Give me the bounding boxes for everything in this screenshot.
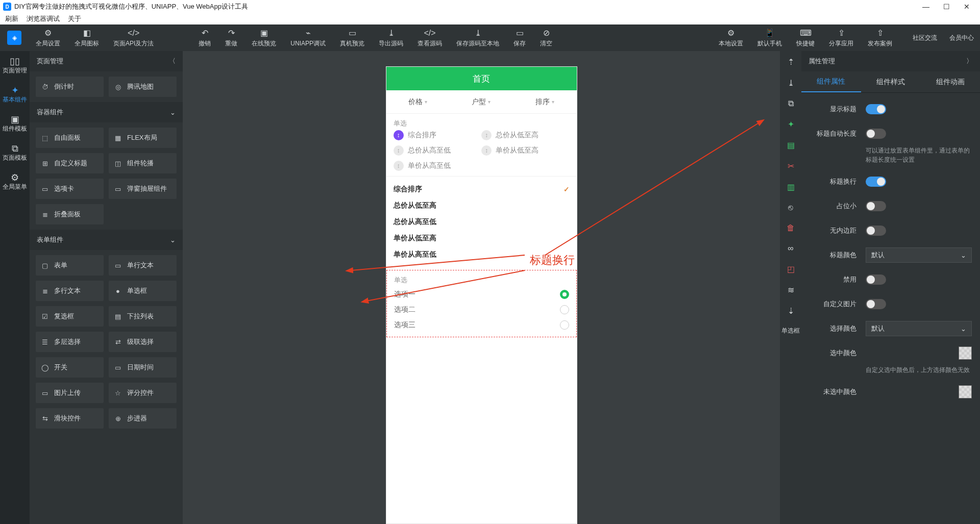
rail-delete-icon[interactable]: 🗑 [787,223,795,233]
tb-real-preview[interactable]: ▭真机预览 [333,28,372,48]
tb-view-src[interactable]: </>查看源码 [410,28,449,48]
design-canvas[interactable]: 首页 价格▾ 户型▾ 排序▾ 单选 ↕综合排序↕总价从低至高↕总价从高至低↕单价… [183,51,780,524]
chip-单行文本[interactable]: ▭单行文本 [109,255,177,276]
toggle-custom-image[interactable] [866,299,886,309]
chip-自定义标题[interactable]: ⊞自定义标题 [36,153,104,173]
menu-browser-debug[interactable]: 浏览器调试 [27,14,60,23]
chip-滑块控件[interactable]: ⇆滑块控件 [36,408,104,429]
sort-option[interactable]: ↕单价从低至高 [481,145,570,156]
tb-global-settings[interactable]: ⚙全局设置 [29,28,67,48]
toggle-show-title[interactable] [866,104,886,114]
sort-option[interactable]: ↕总价从低至高 [481,130,570,140]
filter-layout[interactable]: 户型▾ [450,90,513,113]
tab-comp-anim[interactable]: 组件动画 [920,71,980,92]
rail-top-icon[interactable]: ⇡ [788,57,794,67]
sort-option[interactable]: ↕总价从高至低 [394,145,482,156]
chip-开关[interactable]: ◯开关 [36,357,104,378]
chip-级联选择[interactable]: ⇄级联选择 [109,332,177,352]
tb-redo[interactable]: ↷重做 [218,28,244,48]
sort-option[interactable]: ↕综合排序 [394,130,482,140]
toggle-no-padding[interactable] [866,226,886,236]
group-container[interactable]: 容器组件⌄ [30,102,183,122]
tb-publish-case[interactable]: ⇧发布案例 [861,28,899,48]
chip-多行文本[interactable]: ≣多行文本 [36,281,104,301]
sort-list-row[interactable]: 综合排序✓ [386,181,577,197]
rail-link-icon[interactable]: ∞ [788,244,793,253]
collapse-left-icon[interactable]: 〈 [169,57,176,66]
chip-单选框[interactable]: ●单选框 [109,281,177,301]
tb-page-api[interactable]: </>页面API及方法 [106,28,161,48]
chip-弹窗抽屉组件[interactable]: ▭弹窗抽屉组件 [109,179,177,199]
sort-list-row[interactable]: 总价从高至低 [386,214,577,230]
rail-bounds-icon[interactable]: ◰ [787,264,795,274]
rail-basic-comp[interactable]: ✦基本组件 [0,80,30,109]
color-unselected[interactable] [959,385,972,398]
chip-多层选择[interactable]: ☰多层选择 [36,332,104,352]
tab-comp-style[interactable]: 组件样式 [861,71,921,92]
select-title-color[interactable]: 默认⌄ [866,247,972,263]
sort-option[interactable]: ↕单价从高至低 [394,161,482,171]
tb-default-phone[interactable]: 📱默认手机 [750,28,789,48]
window-maximize-button[interactable]: ☐ [936,3,957,11]
group-form[interactable]: 表单组件⌄ [30,230,183,250]
rail-copy-icon[interactable]: ⧉ [788,99,794,108]
chip-折叠面板[interactable]: ≣折叠面板 [36,204,104,224]
collapse-right-icon[interactable]: 〉 [966,57,973,66]
rail-lock-icon[interactable]: ⎋ [788,203,793,212]
menu-about[interactable]: 关于 [68,14,81,23]
rail-page-tmpl[interactable]: ⧉页面模板 [0,138,30,167]
chip-FLEX布局[interactable]: ▦FLEX布局 [109,128,177,148]
chip-选项卡[interactable]: ▭选项卡 [36,179,104,199]
rail-puzzle-icon[interactable]: ✦ [788,119,794,129]
chip-自由面板[interactable]: ⬚自由面板 [36,128,104,148]
rail-download-icon[interactable]: ⤓ [788,78,794,88]
tb-local-settings[interactable]: ⚙本地设置 [712,28,750,48]
tab-comp-props[interactable]: 组件属性 [801,71,861,92]
tb-online-preview[interactable]: ▣在线预览 [244,28,283,48]
rail-layers-icon[interactable]: ≋ [788,285,794,295]
rail-bottom-icon[interactable]: ⇣ [788,306,794,316]
rail-page-manage[interactable]: ▯▯页面管理 [0,51,30,80]
chip-复选框[interactable]: ☑复选框 [36,306,104,327]
chip-日期时间[interactable]: ▭日期时间 [109,357,177,378]
rail-note-icon[interactable]: ▥ [787,182,795,192]
radio-option-3[interactable]: 选项三 [387,317,576,333]
rail-comp-tmpl[interactable]: ▣组件模板 [0,109,30,138]
window-minimize-button[interactable]: — [916,3,936,11]
select-select-color[interactable]: 默认⌄ [866,321,972,336]
toggle-small-placeholder[interactable] [866,201,886,211]
brand-cube-icon[interactable]: ◈ [7,31,21,45]
rail-break-icon[interactable]: ✂ [788,161,794,171]
tb-save[interactable]: ▭保存 [506,28,533,48]
sort-list-row[interactable]: 单价从低至高 [386,230,577,246]
chip-tencent-map[interactable]: ◎腾讯地图 [109,77,177,97]
tb-shortcut[interactable]: ⌨快捷键 [789,28,822,48]
chip-步进器[interactable]: ⊕步进器 [109,408,177,429]
community-link[interactable]: 社区交流 [906,34,943,42]
tb-clear[interactable]: ⊘清空 [533,28,559,48]
tb-save-local[interactable]: ⤓保存源码至本地 [449,28,506,48]
chip-countdown[interactable]: ⏱倒计时 [36,77,104,97]
color-selected[interactable] [959,346,972,360]
selected-radio-component[interactable]: 单选 选项一 选项二 选项三 [386,270,577,337]
sort-list-row[interactable]: 总价从低至高 [386,197,577,214]
radio-option-2[interactable]: 选项二 [387,302,576,317]
filter-price[interactable]: 价格▾ [386,90,450,113]
filter-sort[interactable]: 排序▾ [513,90,576,113]
radio-option-1[interactable]: 选项一 [387,287,576,302]
tb-undo[interactable]: ↶撤销 [191,28,218,48]
rail-doc-icon[interactable]: ▤ [787,140,795,150]
tb-uniapp-debug[interactable]: ⌁UNIAPP调试 [283,28,333,48]
tb-global-icons[interactable]: ◧全局图标 [67,28,106,48]
window-close-button[interactable]: ✕ [957,3,977,11]
toggle-title-auto-len[interactable] [866,129,886,139]
menu-refresh[interactable]: 刷新 [5,14,18,23]
tb-share-app[interactable]: ⇪分享应用 [822,28,861,48]
chip-图片上传[interactable]: ▭图片上传 [36,383,104,403]
chip-组件轮播[interactable]: ◫组件轮播 [109,153,177,173]
rail-global-menu[interactable]: ⚙全局菜单 [0,167,30,196]
member-center-link[interactable]: 会员中心 [943,34,980,42]
toggle-title-wrap[interactable] [866,177,886,187]
tb-export-src[interactable]: ⤓导出源码 [372,28,410,48]
toggle-disabled[interactable] [866,275,886,285]
